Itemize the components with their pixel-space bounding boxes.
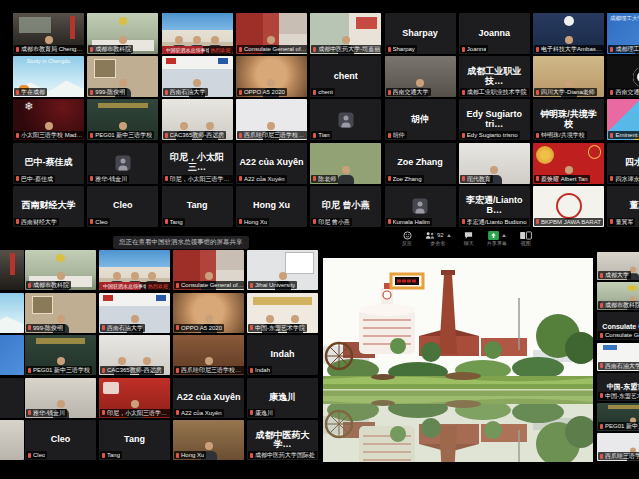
- participant-tile[interactable]: 四水谭…四水谭永康: [607, 143, 639, 184]
- participant-tile[interactable]: Consulate General of the People's Re…: [173, 250, 244, 290]
- welcome-banner: 中国驻泗水总领事馆热烈欢迎: [162, 46, 233, 54]
- mic-muted-icon: [600, 303, 603, 308]
- participant-tile[interactable]: 999-陈俊明: [25, 293, 96, 333]
- participant-tile[interactable]: 西南石油大学: [597, 343, 639, 371]
- participant-tile[interactable]: Study in Chengdu学在成都: [13, 56, 84, 97]
- participant-tile[interactable]: 西爪哇三语学校协会: [597, 433, 639, 461]
- participant-tile[interactable]: Edy Sugiarto tri…Edy Sugiarto trisno: [459, 99, 530, 140]
- participant-tile[interactable]: Jihai University: [247, 250, 318, 290]
- participant-tile[interactable]: 蔡焕耀 Albert Tan: [533, 143, 604, 184]
- participant-tile[interactable]: 李宏通/Lianto B…李宏通/Lianto Budiono: [459, 186, 530, 227]
- participant-tile[interactable]: 西南石油大学: [99, 293, 170, 333]
- participant-tile[interactable]: 成都市教科院: [597, 282, 639, 310]
- participant-tile[interactable]: TangTang: [162, 186, 233, 227]
- participant-tile[interactable]: JoannaJoanna: [459, 13, 530, 54]
- participant-tile[interactable]: 中国驻泗水总领事馆热烈欢迎: [162, 13, 233, 54]
- name-tag-label: 康逸川: [255, 409, 273, 417]
- participant-tile[interactable]: 巴中-蔡佳成巴中-蔡佳成: [13, 143, 84, 184]
- participant-tile[interactable]: TangTang: [99, 420, 170, 460]
- participant-tile[interactable]: 成都中医药大学-司嘉丽: [310, 13, 381, 54]
- participant-tile[interactable]: Tian: [310, 99, 381, 140]
- participant-tile[interactable]: 中国驻泗水总领事馆热烈欢迎: [99, 250, 170, 290]
- participant-tile[interactable]: 999-陈俊明: [87, 56, 158, 97]
- participant-tile[interactable]: 中国-东盟艺术学院: [247, 293, 318, 333]
- participant-tile[interactable]: 西南交通大学: [607, 56, 639, 97]
- participant-tile[interactable]: 成: [0, 378, 24, 418]
- participant-tile[interactable]: Zoe ZhangZoe Zhang: [385, 143, 456, 184]
- view-layout-button[interactable]: 视图: [520, 231, 532, 246]
- shared-screen-region[interactable]: [322, 252, 594, 463]
- name-tag-label: 成都中医药大学-司嘉丽: [318, 45, 380, 53]
- participant-tile[interactable]: 成都理工大学国际教育学…成都理工大学 国际…: [607, 13, 639, 54]
- chevron-up-icon[interactable]: [447, 234, 451, 237]
- banner-text-red: 热烈欢迎: [211, 47, 231, 53]
- participant-tile[interactable]: 印尼 曾小燕印尼 曾小燕: [310, 186, 381, 227]
- participant-tile[interactable]: 小太阳三语学校 Madam-王馨甜: [13, 99, 84, 140]
- participant-tile[interactable]: OPPO A5 2020: [236, 56, 307, 97]
- participant-tile[interactable]: 现代教育: [459, 143, 530, 184]
- avatar-placeholder-icon: [413, 199, 428, 214]
- participant-tile[interactable]: 雅华-钱金川: [25, 378, 96, 418]
- participant-tile[interactable]: [0, 293, 24, 333]
- name-tag: Tian: [311, 131, 331, 139]
- participant-tile[interactable]: 王馨甜: [0, 335, 24, 375]
- participant-tile[interactable]: 电子科技大学Ambassador: [533, 13, 604, 54]
- participant-tile[interactable]: Chen: [0, 420, 24, 460]
- participant-tile[interactable]: 成都中医药大学…成都中医药大学国际处: [247, 420, 318, 460]
- participant-tile[interactable]: PEG01 新中三语学校: [597, 403, 639, 431]
- participant-tile[interactable]: 胡仲胡仲: [385, 99, 456, 140]
- participant-tile[interactable]: CAC365教师-西远房: [162, 99, 233, 140]
- mic-muted-icon: [388, 219, 391, 224]
- participant-tile[interactable]: Consulate Gene…Consulate General of P…: [597, 312, 639, 340]
- participant-tile[interactable]: 四川大学-Diana老师: [533, 56, 604, 97]
- participant-tile[interactable]: Hong XuHong Xu: [236, 186, 307, 227]
- participant-tile[interactable]: 钟明珠/共境学校钟明珠/共境学校: [533, 99, 604, 140]
- participant-tile[interactable]: BKPBM JAWA BARAT: [533, 186, 604, 227]
- participant-tile[interactable]: PEG01 新中三语学校: [25, 335, 96, 375]
- video-feed: [0, 250, 24, 290]
- share-screen-button[interactable]: 共享屏幕: [487, 231, 507, 246]
- participant-tile[interactable]: 成都市教科院: [87, 13, 158, 54]
- participant-tile[interactable]: 印尼，小太阳三语学校-李天赐: [99, 378, 170, 418]
- participant-tile[interactable]: 成都大学: [597, 252, 639, 280]
- participant-tile[interactable]: 雅华-钱金川: [87, 143, 158, 184]
- participant-tile[interactable]: 印尼，小太阳三…印尼，小太阳三语学校-李天赐: [162, 143, 233, 184]
- participant-tile[interactable]: CAC365教师-西远房: [99, 335, 170, 375]
- participant-tile[interactable]: Consulate General of the People's Re…: [236, 13, 307, 54]
- participant-tile[interactable]: 中国-东盟艺术…中国-东盟艺术学院: [597, 373, 639, 401]
- name-tag: 成都中医药大学-司嘉丽: [311, 45, 381, 53]
- chevron-up-icon[interactable]: [502, 234, 506, 237]
- mic-muted-icon: [16, 133, 19, 138]
- participant-tile[interactable]: IndahIndah: [247, 335, 318, 375]
- participant-tile[interactable]: CleoCleo: [25, 420, 96, 460]
- participant-tile[interactable]: 西爪哇印尼三语学校协会: [173, 335, 244, 375]
- participant-tile[interactable]: 西爪哇印尼三语学校协会: [236, 99, 307, 140]
- name-tag-label: 成都市教科院: [95, 45, 131, 53]
- participant-tile[interactable]: 西南财经大学西南财经大学: [13, 186, 84, 227]
- participant-tile[interactable]: 陈老师: [310, 143, 381, 184]
- participant-tile[interactable]: PEG01 新中三语学校: [87, 99, 158, 140]
- participant-tile[interactable]: CleoCleo: [87, 186, 158, 227]
- participant-tile[interactable]: Eminent Cheung: [607, 99, 639, 140]
- share-screen-label: 共享屏幕: [487, 241, 507, 246]
- participant-tile[interactable]: A22 của XuyênA22 của Xuyên: [173, 378, 244, 418]
- participant-tile[interactable]: 董翼…董翼军: [607, 186, 639, 227]
- participant-tile[interactable]: A22 của XuyênA22 của Xuyên: [236, 143, 307, 184]
- participant-tile[interactable]: 成都市教科院: [25, 250, 96, 290]
- participant-tile[interactable]: 西南交通大学: [385, 56, 456, 97]
- participants-button[interactable]: 92 参会者: [425, 231, 451, 246]
- participant-tile[interactable]: chentchent: [310, 56, 381, 97]
- participant-tile[interactable]: OPPO A5 2020: [173, 293, 244, 333]
- participant-tile[interactable]: 成都工业职业技…成都工业职业技术学院: [459, 56, 530, 97]
- reactions-button[interactable]: 反应: [402, 231, 412, 246]
- participant-tile[interactable]: 西南石油大学: [162, 56, 233, 97]
- participant-tile[interactable]: 康逸川康逸川: [247, 378, 318, 418]
- participant-tile[interactable]: Kumala Halim: [385, 186, 456, 227]
- chat-button[interactable]: 聊天: [464, 231, 474, 246]
- name-tag: Hong Xu: [174, 451, 206, 459]
- participant-tile[interactable]: [0, 250, 24, 290]
- participant-tile[interactable]: SharpaySharpay: [385, 13, 456, 54]
- participant-tile[interactable]: Hong Xu: [173, 420, 244, 460]
- participant-tile[interactable]: 成都市教育局 Chengdu Edu…: [13, 13, 84, 54]
- name-tag-label: 西南财经大学: [21, 218, 57, 226]
